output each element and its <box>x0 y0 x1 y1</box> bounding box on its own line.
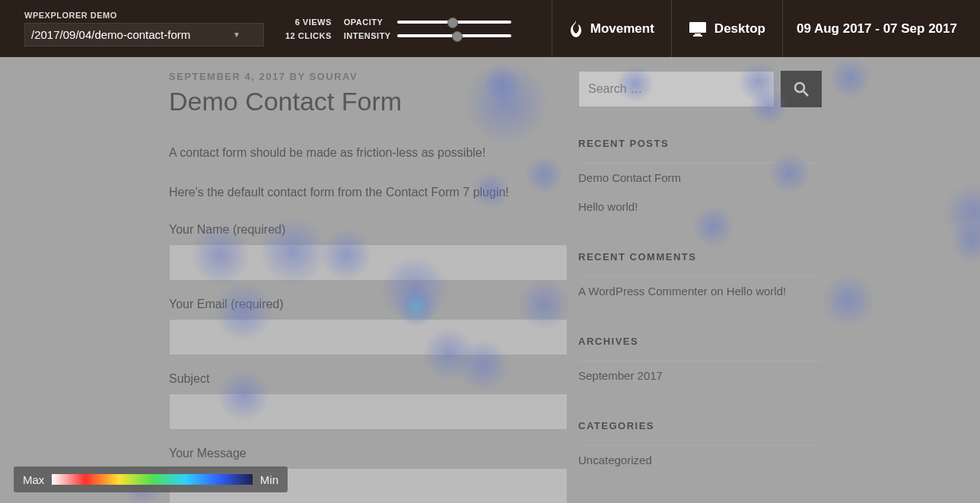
list-item[interactable]: September 2017 <box>578 361 822 390</box>
svg-point-3 <box>795 83 804 92</box>
search-icon <box>793 81 810 97</box>
stats-column: 6 VIEWS 12 CLICKS <box>285 18 332 40</box>
date-range-value: 09 Aug 2017 - 07 Sep 2017 <box>797 21 957 37</box>
site-label: WPEXPLORER DEMO <box>24 11 264 20</box>
search-input[interactable] <box>578 71 775 107</box>
movement-tab[interactable]: Movement <box>552 0 671 57</box>
opacity-label: OPACITY <box>344 18 390 27</box>
recent-comments-heading: RECENT COMMENTS <box>578 251 822 263</box>
topbar-right: Movement Desktop 09 Aug 2017 - 07 Sep 20… <box>552 0 971 57</box>
views-count: 6 VIEWS <box>285 18 332 27</box>
opacity-slider[interactable] <box>397 18 511 27</box>
categories-list: Uncategorized <box>578 445 822 474</box>
message-field-label: Your Message <box>169 447 540 460</box>
legend-max-label: Max <box>23 473 44 486</box>
post-paragraph-2: Here's the default contact form from the… <box>169 183 540 202</box>
page-url-value: /2017/09/04/demo-contact-form <box>31 28 190 41</box>
list-item[interactable]: Hello world! <box>578 192 822 221</box>
search-button[interactable] <box>781 71 822 107</box>
page-url-dropdown[interactable]: /2017/09/04/demo-contact-form ▼ <box>24 23 264 46</box>
subject-input[interactable] <box>169 393 568 430</box>
sliders-column: OPACITY INTENSITY <box>344 18 511 40</box>
post-title: Demo Contact Form <box>169 87 540 116</box>
post-paragraph-1: A contact form should be made as frictio… <box>169 144 540 162</box>
categories-heading: CATEGORIES <box>578 420 822 431</box>
svg-rect-2 <box>693 35 702 37</box>
subject-field-label: Subject <box>169 372 540 386</box>
chevron-down-icon: ▼ <box>233 30 240 39</box>
svg-rect-0 <box>689 22 706 33</box>
site-selector-block: WPEXPLORER DEMO /2017/09/04/demo-contact… <box>24 11 264 46</box>
name-input[interactable] <box>169 244 568 281</box>
name-field-label: Your Name (required) <box>169 223 540 237</box>
recent-posts-list: Demo Contact Form Hello world! <box>578 163 822 221</box>
svg-line-4 <box>803 91 808 96</box>
post-meta: SEPTEMBER 4, 2017 BY SOURAV <box>169 71 540 82</box>
legend-gradient <box>52 474 252 485</box>
desktop-tab[interactable]: Desktop <box>671 0 782 57</box>
date-range-picker[interactable]: 09 Aug 2017 - 07 Sep 2017 <box>782 0 971 57</box>
desktop-icon <box>689 21 707 37</box>
archives-heading: ARCHIVES <box>578 336 822 347</box>
page-heatmap-area: SEPTEMBER 4, 2017 BY SOURAV Demo Contact… <box>0 57 980 503</box>
email-input[interactable] <box>169 319 568 355</box>
svg-rect-1 <box>695 33 701 35</box>
heatmap-legend: Max Min <box>14 466 288 492</box>
post-content: SEPTEMBER 4, 2017 BY SOURAV Demo Contact… <box>0 71 578 503</box>
recent-posts-heading: RECENT POSTS <box>578 138 822 149</box>
email-field-label: Your Email (required) <box>169 298 540 311</box>
list-item[interactable]: Demo Contact Form <box>578 163 822 192</box>
archives-list: September 2017 <box>578 361 822 390</box>
recent-comment-item[interactable]: A WordPress Commenter on Hello world! <box>578 276 822 305</box>
search-widget <box>578 71 822 107</box>
analytics-topbar: WPEXPLORER DEMO /2017/09/04/demo-contact… <box>0 0 980 57</box>
list-item[interactable]: Uncategorized <box>578 445 822 474</box>
desktop-label: Desktop <box>714 21 765 37</box>
intensity-label: INTENSITY <box>344 31 390 40</box>
sidebar: RECENT POSTS Demo Contact Form Hello wor… <box>578 71 829 503</box>
clicks-count: 12 CLICKS <box>285 31 332 40</box>
movement-label: Movement <box>590 21 654 37</box>
legend-min-label: Min <box>260 473 278 486</box>
flame-icon <box>569 21 583 37</box>
intensity-slider[interactable] <box>397 31 511 40</box>
